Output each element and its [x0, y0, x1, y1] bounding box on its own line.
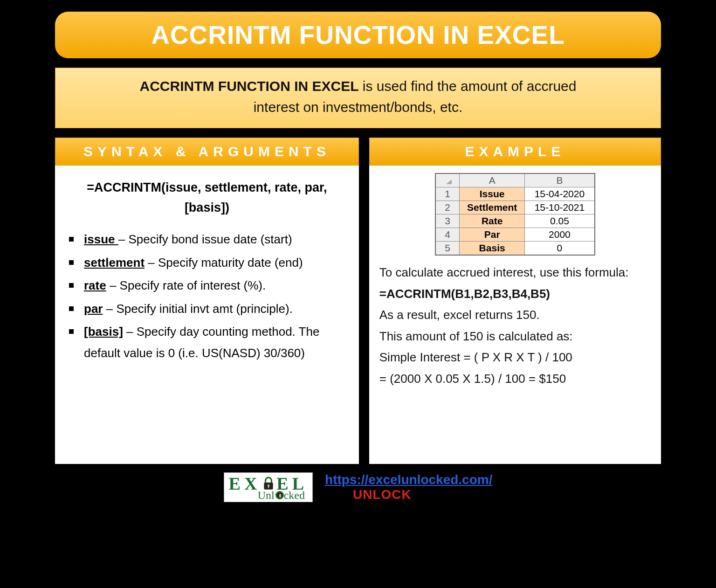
row-number: 1 [435, 187, 460, 201]
logo-sub-post: cked [284, 490, 305, 501]
example-formula: =ACCRINTM(B1,B2,B3,B4,B5) [379, 284, 651, 305]
syntax-formula: =ACCRINTM(issue, settlement, rate, par, … [65, 178, 349, 218]
table-row: 1 Issue 15-04-2020 [435, 187, 595, 201]
corner-cell [435, 173, 460, 187]
cell-label: Issue [460, 187, 525, 201]
table-row: 4 Par 2000 [435, 228, 595, 242]
intro-box: ACCRINTM FUNCTION IN EXCEL is used find … [55, 68, 661, 128]
cell-value: 0.05 [525, 214, 595, 228]
page-title: ACCRINTM FUNCTION IN EXCEL [55, 12, 661, 58]
intro-rest-2: interest on investment/bonds, etc. [254, 99, 463, 115]
website-link[interactable]: https://excelunlocked.com/ [325, 472, 492, 487]
logo-text-pre: EX [229, 475, 261, 492]
syntax-line-1: =ACCRINTM(issue, settlement, rate, par, [87, 180, 327, 194]
cell-value: 0 [525, 242, 595, 256]
example-p3: This amount of 150 is calculated as: [379, 326, 651, 347]
bullet-icon [69, 283, 74, 288]
example-text: To calculate accrued interest, use this … [379, 262, 651, 389]
row-number: 4 [435, 228, 460, 242]
arg-name: par [84, 302, 103, 316]
row-number: 3 [435, 214, 460, 228]
cell-label: Settlement [460, 201, 525, 214]
cell-label: Basis [460, 242, 525, 256]
bullet-icon [69, 237, 74, 242]
footer: EX EL Unl cked https://excelunlocked.c [55, 472, 661, 502]
select-all-triangle-icon [442, 176, 453, 185]
col-header-b: B [525, 173, 595, 187]
svg-rect-2 [268, 486, 269, 488]
bullet-icon [69, 260, 74, 265]
row-number: 5 [435, 242, 460, 256]
arg-item: settlement – Specify maturity date (end) [69, 252, 349, 274]
keyhole-icon [275, 491, 284, 499]
example-p5: = (2000 X 0.05 X 1.5) / 100 = $150 [379, 368, 651, 390]
logo-bottom-row: Unl cked [258, 490, 305, 501]
table-row: 3 Rate 0.05 [435, 214, 595, 228]
syntax-heading: SYNTAX & ARGUMENTS [55, 138, 359, 166]
columns: SYNTAX & ARGUMENTS =ACCRINTM(issue, sett… [55, 138, 661, 464]
example-column: EXAMPLE A B 1 Issue 15-04-2020 2 [369, 138, 661, 464]
syntax-body: =ACCRINTM(issue, settlement, rate, par, … [55, 166, 359, 464]
arg-desc: – Specify maturity date (end) [145, 256, 303, 270]
arg-item: rate – Specify rate of interest (%). [69, 275, 349, 297]
arg-item: par – Specify initial invt amt (principl… [69, 298, 349, 320]
unlock-label: UNLOCK [353, 487, 492, 502]
intro-rest-1: is used find the amount of accrued [359, 78, 577, 94]
syntax-column: SYNTAX & ARGUMENTS =ACCRINTM(issue, sett… [55, 138, 359, 464]
arg-desc: – Specify rate of interest (%). [106, 278, 266, 292]
arg-name: issue [84, 232, 118, 246]
example-p1: To calculate accrued interest, use this … [379, 262, 651, 284]
example-body: A B 1 Issue 15-04-2020 2 Settlement 15-1… [369, 166, 661, 464]
bullet-icon [69, 306, 74, 311]
arg-name: rate [84, 278, 106, 292]
excel-data-table: A B 1 Issue 15-04-2020 2 Settlement 15-1… [435, 173, 595, 256]
footer-links: https://excelunlocked.com/ UNLOCK [325, 472, 492, 502]
cell-value: 15-10-2021 [525, 201, 595, 214]
brand-logo: EX EL Unl cked [224, 472, 313, 502]
table-row: 5 Basis 0 [435, 242, 595, 256]
argument-list: issue – Specify bond issue date (start) … [65, 229, 349, 364]
arg-item: issue – Specify bond issue date (start) [69, 229, 349, 250]
example-heading: EXAMPLE [369, 138, 661, 166]
example-p2: As a result, excel returns 150. [379, 304, 651, 326]
cell-label: Rate [460, 214, 525, 228]
infographic-page: ACCRINTM FUNCTION IN EXCEL ACCRINTM FUNC… [41, 0, 675, 512]
logo-sub-pre: Unl [258, 490, 275, 501]
bullet-icon [69, 329, 74, 334]
arg-desc: – Specify initial invt amt (principle). [103, 302, 292, 316]
arg-item: [basis] – Specify day counting method. T… [69, 321, 349, 364]
row-number: 2 [435, 201, 460, 214]
cell-label: Par [460, 228, 525, 242]
arg-name: [basis] [84, 325, 123, 339]
arg-desc: – Specify bond issue date (start) [118, 232, 292, 246]
col-header-a: A [460, 173, 525, 187]
arg-name: settlement [84, 256, 145, 270]
table-row: 2 Settlement 15-10-2021 [435, 201, 595, 214]
intro-lead: ACCRINTM FUNCTION IN EXCEL [140, 78, 359, 94]
syntax-line-2: [basis]) [185, 201, 229, 214]
cell-value: 2000 [525, 228, 595, 242]
cell-value: 15-04-2020 [525, 187, 595, 201]
example-p4: Simple Interest = ( P X R X T ) / 100 [379, 347, 651, 368]
